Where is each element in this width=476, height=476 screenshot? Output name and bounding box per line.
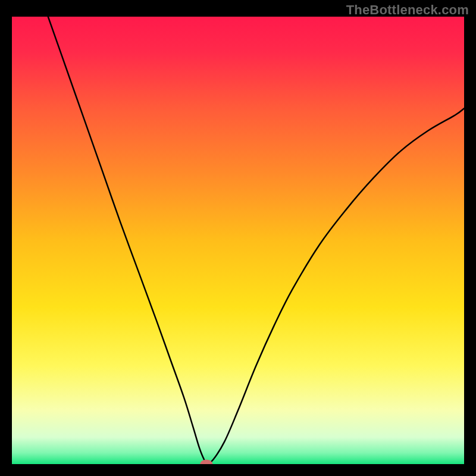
chart-svg <box>12 17 464 464</box>
watermark-text: TheBottleneck.com <box>346 2 469 18</box>
chart-background <box>12 17 464 464</box>
bottleneck-chart <box>12 17 464 464</box>
chart-container: TheBottleneck.com <box>0 0 476 476</box>
